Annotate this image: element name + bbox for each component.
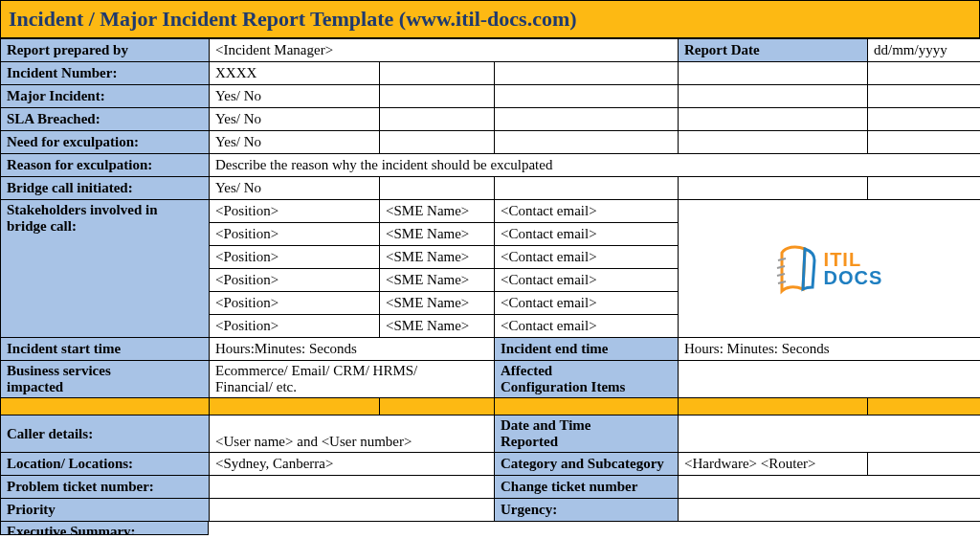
cell-blank[interactable] (380, 62, 495, 85)
stakeholder-email[interactable]: <Contact email> (495, 246, 679, 269)
logo-cell: ITIL DOCS (679, 200, 981, 338)
logo-line2: DOCS (824, 269, 883, 287)
value-locations[interactable]: <Sydney, Canberra> (210, 453, 495, 476)
label-bridge-call: Bridge call initiated: (1, 177, 210, 200)
cell-blank[interactable] (868, 108, 981, 131)
divider-row (1, 398, 981, 415)
cell-blank[interactable] (868, 85, 981, 108)
lbl-line: Affected (501, 363, 552, 378)
label-exec-summary: Executive Summary: (0, 522, 209, 535)
cell-blank[interactable] (495, 85, 679, 108)
cell-blank[interactable] (868, 62, 981, 85)
label-need-exculpation: Need for exculpation: (1, 131, 210, 154)
cell-blank[interactable] (679, 177, 868, 200)
lbl-line: Reported (501, 434, 558, 449)
label-reason-exculpation: Reason for exculpation: (1, 154, 210, 177)
stakeholder-sme[interactable]: <SME Name> (380, 315, 495, 338)
val-line: Financial/ etc. (215, 379, 297, 394)
lbl-line: Configuration Items (501, 379, 625, 394)
cell-blank[interactable] (380, 131, 495, 154)
stakeholder-sme[interactable]: <SME Name> (380, 292, 495, 315)
value-major-incident[interactable]: Yes/ No (210, 85, 380, 108)
value-change-ticket[interactable] (679, 476, 981, 499)
value-report-date[interactable]: dd/mm/yyyy (868, 39, 981, 62)
cell-blank[interactable] (868, 453, 981, 476)
label-incident-start: Incident start time (1, 338, 210, 361)
cell-blank[interactable] (495, 62, 679, 85)
cell-blank[interactable] (495, 177, 679, 200)
label-category-sub: Category and Subcategory (495, 453, 679, 476)
value-incident-start[interactable]: Hours:Minutes: Seconds (210, 338, 495, 361)
label-datetime-reported: Date and Time Reported (495, 415, 679, 453)
stakeholder-position[interactable]: <Position> (210, 292, 380, 315)
label-stakeholders: Stakeholders involved in bridge call: (1, 200, 210, 338)
value-urgency[interactable] (679, 499, 981, 522)
stakeholder-position[interactable]: <Position> (210, 200, 380, 223)
stakeholder-sme[interactable]: <SME Name> (380, 200, 495, 223)
label-caller-details: Caller details: (1, 415, 210, 453)
value-datetime-reported[interactable] (679, 415, 981, 453)
logo-line1: ITIL (824, 251, 883, 269)
stakeholder-position[interactable]: <Position> (210, 269, 380, 292)
label-major-incident: Major Incident: (1, 85, 210, 108)
label-priority: Priority (1, 499, 210, 522)
label-change-ticket: Change ticket number (495, 476, 679, 499)
cell-blank[interactable] (679, 131, 868, 154)
value-bridge-call[interactable]: Yes/ No (210, 177, 380, 200)
value-reason-exculpation[interactable]: Describe the reason why the incident sho… (210, 154, 981, 177)
cell-blank[interactable] (380, 108, 495, 131)
cell-blank[interactable] (495, 131, 679, 154)
lbl-line: Business services (7, 363, 111, 378)
label-incident-end: Incident end time (495, 338, 679, 361)
stakeholder-email[interactable]: <Contact email> (495, 315, 679, 338)
cell-blank[interactable] (380, 177, 495, 200)
label-stakeholders-line2: bridge call: (7, 218, 77, 234)
stakeholder-email[interactable]: <Contact email> (495, 223, 679, 246)
stakeholder-email[interactable]: <Contact email> (495, 292, 679, 315)
document-title: Incident / Major Incident Report Templat… (0, 0, 980, 38)
stakeholder-sme[interactable]: <SME Name> (380, 246, 495, 269)
label-prepared-by: Report prepared by (1, 39, 210, 62)
logo-text: ITIL DOCS (824, 251, 883, 287)
value-need-exculpation[interactable]: Yes/ No (210, 131, 380, 154)
value-incident-number[interactable]: XXXX (210, 62, 380, 85)
value-caller-details[interactable]: <User name> and <User number> (210, 415, 495, 453)
stakeholder-sme[interactable]: <SME Name> (380, 223, 495, 246)
label-business-services: Business services impacted (1, 361, 210, 398)
label-incident-number: Incident Number: (1, 62, 210, 85)
label-stakeholders-line1: Stakeholders involved in (7, 202, 158, 217)
label-sla-breached: SLA Breached: (1, 108, 210, 131)
label-report-date: Report Date (679, 39, 868, 62)
lbl-line: Date and Time (501, 417, 590, 433)
value-business-services[interactable]: Ecommerce/ Email/ CRM/ HRMS/ Financial/ … (210, 361, 495, 398)
value-affected-ci[interactable] (679, 361, 981, 398)
cell-blank[interactable] (380, 85, 495, 108)
stakeholder-sme[interactable]: <SME Name> (380, 269, 495, 292)
stakeholder-position[interactable]: <Position> (210, 246, 380, 269)
lbl-line: impacted (7, 379, 63, 394)
label-locations: Location/ Locations: (1, 453, 210, 476)
report-table: Report prepared by <Incident Manager> Re… (0, 38, 980, 522)
cell-blank[interactable] (495, 108, 679, 131)
stakeholder-email[interactable]: <Contact email> (495, 200, 679, 223)
val-line: Ecommerce/ Email/ CRM/ HRMS/ (215, 363, 417, 378)
value-priority[interactable] (210, 499, 495, 522)
label-problem-ticket: Problem ticket number: (1, 476, 210, 499)
cell-blank[interactable] (868, 177, 981, 200)
itil-docs-logo-icon (776, 241, 818, 297)
stakeholder-position[interactable]: <Position> (210, 315, 380, 338)
cell-blank[interactable] (868, 131, 981, 154)
value-prepared-by[interactable]: <Incident Manager> (210, 39, 679, 62)
cell-blank[interactable] (679, 62, 868, 85)
cell-blank[interactable] (679, 85, 868, 108)
label-urgency: Urgency: (495, 499, 679, 522)
stakeholder-email[interactable]: <Contact email> (495, 269, 679, 292)
value-sla-breached[interactable]: Yes/ No (210, 108, 380, 131)
label-affected-ci: Affected Configuration Items (495, 361, 679, 398)
cell-blank[interactable] (679, 108, 868, 131)
stakeholder-position[interactable]: <Position> (210, 223, 380, 246)
value-incident-end[interactable]: Hours: Minutes: Seconds (679, 338, 981, 361)
value-problem-ticket[interactable] (210, 476, 495, 499)
value-category-sub[interactable]: <Hardware> <Router> (679, 453, 868, 476)
